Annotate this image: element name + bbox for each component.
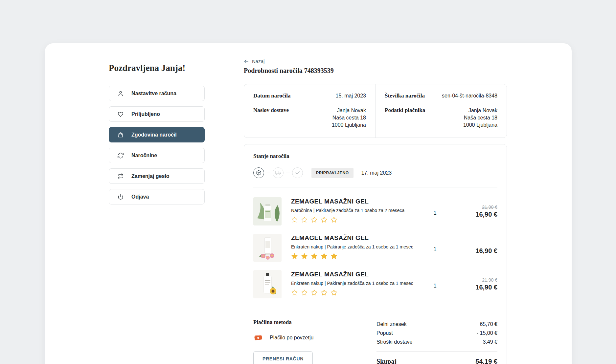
order-info-right-column: Številka naročila sen-04-št-naročila-834… <box>375 84 507 138</box>
summary-label: Popust <box>376 329 393 337</box>
address-line: Janja Novak <box>332 107 366 114</box>
payment-method-label: Plačilna metoda <box>253 319 376 326</box>
greeting: Pozdravljena Janja! <box>109 63 205 73</box>
product-row: ZEMAGEL MASAŽNI GEL Enkraten nakup | Pak… <box>253 234 497 262</box>
order-number-value: sen-04-št-naročila-8348 <box>442 93 497 99</box>
product-description: Enkraten nakup | Pakiranje zadošča za 1 … <box>291 281 428 286</box>
shipping-address-value: Janja Novak Naša cesta 18 1000 Ljubljana <box>332 107 366 129</box>
order-number-row: Številka naročila sen-04-št-naročila-834… <box>385 93 497 99</box>
product-row: ZEMAGEL MASAŽNI GEL Enkraten nakup | Pak… <box>253 270 497 298</box>
sidebar-item-logout[interactable]: Odjava <box>109 189 205 204</box>
sidebar-item-label: Naročnine <box>131 153 157 159</box>
summary-row-subtotal: Delni znesek 65,70 € <box>376 320 497 329</box>
total-row: Skupaj 54,19 € <box>376 358 497 364</box>
product-prices: 21,90 € 16,90 € <box>442 197 497 218</box>
rating-stars[interactable] <box>291 289 428 296</box>
sidebar-item-label: Odjava <box>131 194 149 200</box>
sidebar: Pozdravljena Janja! Nastavitve računa Pr… <box>45 43 224 364</box>
product-prices: 21,90 € 16,90 € <box>442 270 497 291</box>
sidebar-item-label: Zamenjaj geslo <box>131 173 170 179</box>
order-status-card: Stanje naročila PRIPRAVLJENO 17. maj 202… <box>244 144 507 364</box>
product-quantity: 1 <box>428 197 442 216</box>
product-quantity: 1 <box>428 270 442 289</box>
order-info-card: Datum naročila 15. maj 2023 Naslov dosta… <box>244 84 507 138</box>
page-title: Podrobnosti naročila 748393539 <box>244 67 572 75</box>
total-label: Skupaj <box>376 358 397 364</box>
refresh-icon <box>117 152 124 159</box>
address-line: Janja Novak <box>463 107 497 114</box>
main-content: Nazaj Podrobnosti naročila 748393539 Dat… <box>224 43 572 364</box>
order-summary: Delni znesek 65,70 € Popust - 15,00 € St… <box>376 319 497 364</box>
summary-value: 65,70 € <box>480 320 497 329</box>
product-row: ZEMAGEL MASAŽNI GEL Naročnina | Pakiranj… <box>253 197 497 225</box>
order-info-left-column: Datum naročila 15. maj 2023 Naslov dosta… <box>244 84 375 138</box>
check-icon <box>295 170 300 176</box>
sidebar-item-favorites[interactable]: Priljubljeno <box>109 106 205 122</box>
status-date: 17. maj 2023 <box>361 170 392 176</box>
address-line: Naša cesta 18 <box>332 114 366 121</box>
summary-label: Delni znesek <box>376 320 407 329</box>
shipping-address-row: Naslov dostave Janja Novak Naša cesta 18… <box>253 107 366 129</box>
package-icon <box>256 170 262 176</box>
shopping-bag-icon <box>117 132 124 138</box>
total-value: 54,19 € <box>475 358 497 364</box>
back-link[interactable]: Nazaj <box>244 58 264 64</box>
back-label: Nazaj <box>252 58 264 64</box>
swap-arrows-icon <box>117 173 124 180</box>
payment-section: Plačilna metoda <box>253 319 376 364</box>
order-status-title: Stanje naročila <box>253 153 497 160</box>
product-name[interactable]: ZEMAGEL MASAŽNI GEL <box>291 234 428 242</box>
order-date-row: Datum naročila 15. maj 2023 <box>253 93 366 99</box>
sidebar-item-subscriptions[interactable]: Naročnine <box>109 148 205 163</box>
product-image[interactable] <box>253 197 282 225</box>
divider <box>376 352 497 352</box>
payer-info-label: Podatki plačnika <box>385 107 425 114</box>
product-image[interactable] <box>253 234 282 262</box>
truck-icon <box>275 170 281 176</box>
status-badge: PRIPRAVLJENO <box>311 168 354 178</box>
order-date-label: Datum naročila <box>253 93 291 99</box>
summary-label: Stroški dostave <box>376 337 412 346</box>
rating-stars[interactable] <box>291 253 428 260</box>
sidebar-menu: Nastavitve računa Priljubljeno Zgodovina… <box>109 86 205 204</box>
payment-method-value: Plačilo po povzetju <box>270 335 313 341</box>
product-description: Naročnina | Pakiranje zadošča za 1 osebo… <box>291 208 428 213</box>
divider <box>253 309 497 309</box>
package-step <box>253 167 264 178</box>
order-date-value: 15. maj 2023 <box>335 93 366 99</box>
check-step <box>292 167 303 178</box>
heart-icon <box>117 111 124 118</box>
sidebar-item-order-history[interactable]: Zgodovina naročil <box>109 127 205 142</box>
summary-row-discount: Popust - 15,00 € <box>376 329 497 337</box>
product-prices: 16,90 € <box>442 234 497 255</box>
order-number-label: Številka naročila <box>385 93 425 99</box>
sidebar-item-account-settings[interactable]: Nastavitve računa <box>109 86 205 101</box>
sidebar-item-label: Nastavitve računa <box>131 91 176 96</box>
arrow-left-icon <box>244 59 249 64</box>
order-footer: Plačilna metoda <box>253 319 497 364</box>
payer-info-row: Podatki plačnika Janja Novak Naša cesta … <box>385 107 497 129</box>
power-icon <box>117 194 124 200</box>
product-info: ZEMAGEL MASAŽNI GEL Enkraten nakup | Pak… <box>282 234 428 260</box>
product-name[interactable]: ZEMAGEL MASAŽNI GEL <box>291 198 428 205</box>
payment-method-row: Plačilo po povzetju <box>253 333 376 343</box>
product-description: Enkraten nakup | Pakiranje zadošča za 1 … <box>291 244 428 249</box>
product-info: ZEMAGEL MASAŽNI GEL Naročnina | Pakiranj… <box>282 197 428 223</box>
rating-stars[interactable] <box>291 216 428 223</box>
product-old-price <box>442 241 497 246</box>
page: Pozdravljena Janja! Nastavitve računa Pr… <box>0 0 616 364</box>
truck-step <box>273 167 284 178</box>
product-name[interactable]: ZEMAGEL MASAŽNI GEL <box>291 271 428 278</box>
product-image[interactable] <box>253 270 282 298</box>
progress-connector <box>266 173 270 173</box>
product-info: ZEMAGEL MASAŽNI GEL Enkraten nakup | Pak… <box>282 270 428 296</box>
divider <box>253 187 497 187</box>
product-price: 16,90 € <box>442 247 497 255</box>
sidebar-item-change-password[interactable]: Zamenjaj geslo <box>109 168 205 184</box>
cash-icon <box>253 333 263 343</box>
product-price: 16,90 € <box>442 211 497 218</box>
account-card: Pozdravljena Janja! Nastavitve računa Pr… <box>45 43 572 364</box>
product-quantity: 1 <box>428 234 442 253</box>
download-invoice-button[interactable]: PRENESI RAČUN <box>253 351 313 364</box>
user-icon <box>117 90 124 97</box>
